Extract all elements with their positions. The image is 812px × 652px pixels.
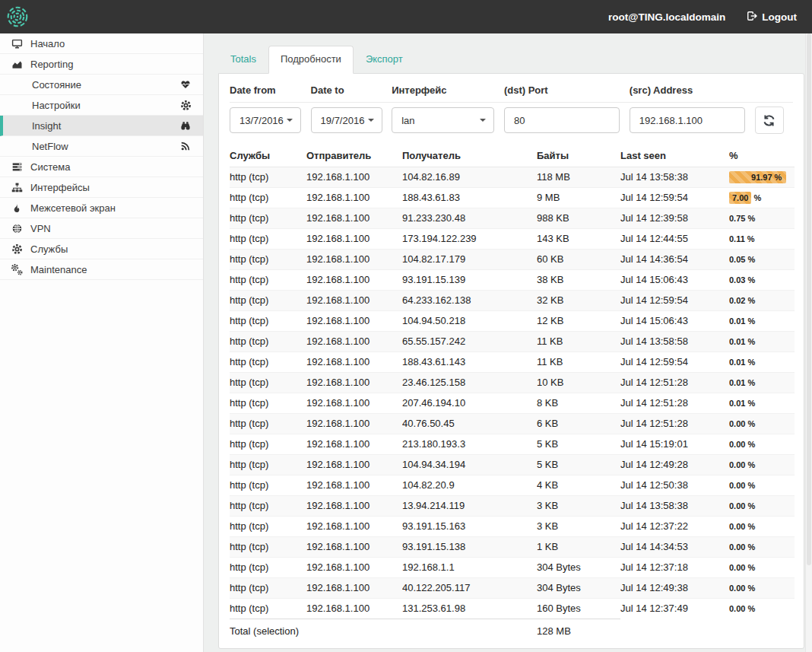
service-cell: http (tcp) — [230, 434, 306, 455]
tasks-icon — [8, 161, 25, 173]
last-seen-cell: Jul 14 12:51:28 — [620, 393, 729, 414]
sign-out-icon — [747, 11, 757, 24]
opnsense-logo[interactable] — [6, 5, 29, 28]
table-row: http (tcp)192.168.1.10093.191.15.13938 K… — [230, 270, 795, 291]
bytes-cell: 118 MB — [537, 167, 620, 188]
source-cell: 192.168.1.100 — [306, 250, 402, 270]
total-label: Total (selection) — [230, 619, 306, 641]
column-header: % — [729, 146, 795, 167]
percent-value: 0.11 % — [729, 234, 791, 244]
filter-label-spacer — [755, 80, 793, 103]
sidebar-item-vpn[interactable]: VPN — [0, 218, 203, 239]
destination-cell: 188.43.61.143 — [402, 352, 537, 373]
sidebar-item-reporting[interactable]: Reporting — [0, 54, 203, 75]
filter-label-date-to: Date to — [311, 80, 392, 103]
source-cell: 192.168.1.100 — [306, 578, 402, 599]
percent-cell: 0.00 % — [729, 599, 795, 619]
interface-value: lan — [401, 115, 414, 126]
date-from-select[interactable]: 13/7/2016 — [230, 107, 301, 133]
tab-bar: TotalsПодробностиЭкспорт — [218, 46, 804, 73]
bytes-cell: 143 KB — [537, 229, 620, 250]
source-cell: 192.168.1.100 — [306, 414, 402, 434]
destination-cell: 104.82.16.89 — [402, 167, 537, 188]
destination-cell: 93.191.15.163 — [402, 517, 537, 537]
sidebar-item-insight[interactable]: Insight — [0, 116, 203, 136]
column-header: Байты — [537, 146, 620, 167]
percent-value: 0.02 % — [729, 295, 791, 306]
filter-label-interface: Интерфейс — [392, 80, 504, 103]
logout-button[interactable]: Logout — [747, 11, 797, 24]
percent-cell: 0.01 % — [729, 373, 795, 393]
scrollbar-thumb[interactable] — [807, 33, 811, 565]
percent-value: 0.00 % — [729, 603, 791, 614]
last-seen-cell: Jul 14 15:06:43 — [620, 270, 729, 291]
globe-icon — [8, 223, 25, 234]
source-cell: 192.168.1.100 — [306, 517, 402, 537]
percent-value: 0.01 % — [729, 316, 791, 326]
percent-cell: 0.05 % — [729, 250, 795, 270]
last-seen-cell: Jul 14 13:58:58 — [620, 332, 729, 352]
tab-totals[interactable]: Totals — [218, 46, 268, 73]
service-cell: http (tcp) — [230, 311, 306, 332]
table-row: http (tcp)192.168.1.100213.180.193.35 KB… — [230, 434, 795, 455]
service-cell: http (tcp) — [230, 558, 306, 578]
table-row: http (tcp)192.168.1.10093.191.15.1381 KB… — [230, 537, 795, 558]
last-seen-cell: Jul 14 12:59:54 — [620, 188, 729, 208]
page-scrollbar[interactable] — [805, 33, 812, 652]
date-to-select[interactable]: 19/7/2016 — [311, 107, 382, 133]
sidebar-item-label: Интерфейсы — [30, 182, 90, 193]
service-cell: http (tcp) — [230, 537, 306, 558]
destination-cell: 40.76.50.45 — [402, 414, 537, 434]
destination-cell: 65.55.157.242 — [402, 332, 537, 352]
percent-value: 0.00 % — [729, 418, 791, 429]
table-row: http (tcp)192.168.1.10013.94.214.1193 KB… — [230, 496, 795, 517]
sidebar-item-interfaces[interactable]: Интерфейсы — [0, 177, 203, 198]
destination-cell: 104.82.17.179 — [402, 250, 537, 270]
source-cell: 192.168.1.100 — [306, 352, 402, 373]
bytes-cell: 11 KB — [537, 332, 620, 352]
percent-cell: 0.01 % — [729, 352, 795, 373]
table-row: http (tcp)192.168.1.10064.233.162.13832 … — [230, 291, 795, 311]
dst-port-input[interactable] — [504, 107, 620, 133]
service-cell: http (tcp) — [230, 599, 306, 619]
destination-cell: 131.253.61.98 — [402, 599, 537, 619]
sidebar-item-system[interactable]: Система — [0, 157, 203, 177]
sidebar-item-netflow[interactable]: NetFlow — [0, 136, 203, 157]
bytes-cell: 4 KB — [537, 475, 620, 496]
service-cell: http (tcp) — [230, 208, 306, 229]
sitemap-icon — [8, 182, 25, 193]
percent-value: 0.00 % — [729, 501, 791, 511]
percent-cell: 91.97 % — [729, 167, 795, 188]
service-cell: http (tcp) — [230, 414, 306, 434]
refresh-button[interactable] — [755, 107, 784, 134]
percent-cell: 0.00 % — [729, 496, 795, 517]
service-cell: http (tcp) — [230, 229, 306, 250]
tab-details[interactable]: Подробности — [268, 46, 354, 74]
interface-select[interactable]: lan — [392, 107, 494, 133]
bytes-cell: 12 KB — [537, 311, 620, 332]
destination-cell: 104.82.20.9 — [402, 475, 537, 496]
service-cell: http (tcp) — [230, 332, 306, 352]
gear-icon — [177, 100, 194, 111]
last-seen-cell: Jul 14 15:19:01 — [620, 434, 729, 455]
sidebar-item-maintenance[interactable]: Maintenance — [0, 259, 203, 280]
sidebar-item-services[interactable]: Службы — [0, 239, 203, 259]
sidebar-item-home[interactable]: Начало — [0, 33, 203, 54]
sidebar-item-settings[interactable]: Настройки — [0, 95, 203, 116]
heartbeat-icon — [177, 79, 194, 90]
percent-value: 0.00 % — [729, 583, 791, 593]
service-cell: http (tcp) — [230, 373, 306, 393]
source-cell: 192.168.1.100 — [306, 496, 402, 517]
percent-value: 91.97 % — [729, 171, 791, 183]
sidebar-item-firewall[interactable]: Межсетевой экран — [0, 198, 203, 218]
sidebar-item-status[interactable]: Состояние — [0, 75, 203, 95]
percent-cell: 0.75 % — [729, 208, 795, 229]
bytes-cell: 9 MB — [537, 188, 620, 208]
percent-bar: 91.97 % — [729, 171, 786, 183]
tab-export[interactable]: Экспорт — [354, 46, 415, 73]
src-address-input[interactable] — [630, 107, 745, 133]
percent-value: 0.00 % — [729, 542, 791, 552]
destination-cell: 93.191.15.139 — [402, 270, 537, 291]
table-row: http (tcp)192.168.1.10023.46.125.15810 K… — [230, 373, 795, 393]
total-empty-cell — [620, 619, 729, 641]
